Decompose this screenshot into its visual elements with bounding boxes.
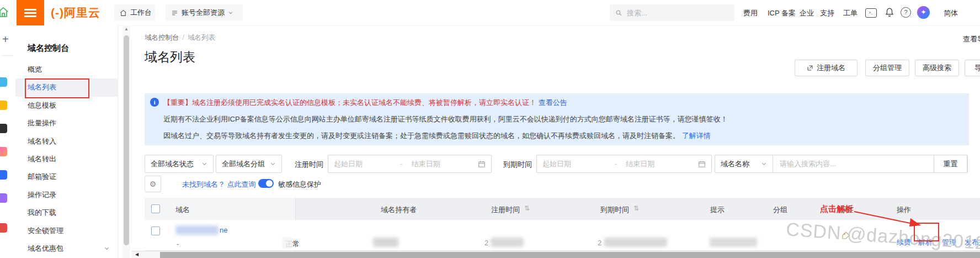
learn-more-link[interactable]: 了解详情 (682, 131, 711, 140)
group-manage-button[interactable]: 分组管理 (865, 60, 909, 76)
sensitive-info-toggle[interactable] (258, 179, 274, 188)
strip-divider (2, 55, 13, 56)
workbench-label: 工作台 (130, 8, 152, 18)
horizontal-scrollbar[interactable]: ◀ (131, 251, 980, 258)
app-icon-assistant[interactable] (0, 193, 7, 203)
holder-redacted (373, 238, 398, 247)
sidebar-item-downloads[interactable]: 我的下载 (15, 204, 118, 222)
avatar[interactable]: ✦ (917, 6, 930, 19)
end-date-placeholder[interactable]: 结束日期 (407, 159, 473, 169)
sidebar-item-op-records[interactable]: 操作记录 (15, 186, 118, 204)
notice-line3-text: 因域名过户、交易等导致域名持有者发生变更的，请及时变更或注销备案；处于急需续费或… (163, 131, 680, 140)
sidebar-item-batch-ops[interactable]: 批量操作 (15, 114, 118, 132)
search-icon (615, 9, 622, 17)
workbench-button[interactable]: 工作台 (114, 4, 155, 21)
left-icon-strip: + (0, 25, 16, 258)
nav-support[interactable]: 支持 (820, 8, 834, 18)
aliyun-logo[interactable]: (-)阿里云 (51, 5, 100, 20)
reset-button[interactable]: 重置 (934, 155, 967, 173)
topbar-search[interactable] (610, 4, 734, 21)
view-announcement-link[interactable]: 查看公告 (539, 98, 567, 107)
domain-search-input[interactable] (779, 159, 950, 169)
sidebar-item-email-verify[interactable]: 邮箱验证 (15, 168, 118, 186)
sidebar-item-security-lock[interactable]: 安全锁管理 (15, 222, 118, 240)
page-title: 域名列表 (145, 49, 195, 66)
annotation-redbox-resolve (914, 223, 939, 241)
app-icon-ai[interactable] (0, 147, 7, 156)
scroll-up-arrow[interactable]: ▲ (122, 27, 130, 31)
domain-search-combo: 域名名称 (715, 155, 968, 173)
col-group: 分组 (773, 205, 787, 215)
terminal-icon[interactable]: >_ (865, 8, 877, 18)
view-export-link[interactable]: 查看导 (963, 34, 980, 44)
domain-group-dropdown[interactable]: 全部域名分组 (216, 155, 282, 173)
home-icon[interactable] (0, 6, 10, 19)
search-field-dropdown[interactable]: 域名名称 (715, 155, 773, 172)
gear-icon[interactable]: ⚙ (145, 176, 161, 192)
hamburger-menu-icon[interactable] (17, 0, 44, 25)
domain-status-dropdown[interactable]: 全部域名状态 (145, 155, 214, 173)
nav-billing[interactable]: 费用 (743, 8, 758, 18)
col-tip: 提示 (710, 205, 725, 215)
col-expire-time[interactable]: 到期时间 (600, 205, 629, 215)
vertical-scrollbar[interactable]: ▲ (122, 25, 130, 258)
range-separator: - (400, 160, 402, 168)
calendar-icon (698, 160, 706, 168)
start-date-placeholder[interactable]: 起始日期 (542, 159, 610, 169)
domain-name-redacted[interactable] (175, 225, 219, 235)
chevron-down-icon (201, 161, 207, 167)
notice-important-text: 【重要】域名注册必须使用已完成实名认证的信息模板；未实名认证域名不能续费、将被暂… (163, 98, 536, 107)
bell-icon[interactable] (885, 7, 894, 18)
reg-time-redacted (491, 238, 524, 247)
select-all-checkbox[interactable] (151, 204, 160, 213)
domain-not-found-link[interactable]: 未找到域名？ 点此查询 (182, 180, 256, 189)
app-icon-chat[interactable] (0, 124, 7, 133)
domain-group-label: 全部域名分组 (222, 159, 265, 169)
export-button[interactable]: 导 (965, 60, 980, 76)
horizontal-scrollbar-thumb[interactable] (160, 252, 980, 258)
sidebar-item-domain-packages[interactable]: 域名优惠包 (15, 240, 118, 257)
advanced-search-button[interactable]: 高级搜索 (915, 60, 959, 76)
sidebar-item-transfer-out[interactable]: 域名转出 (15, 150, 118, 168)
row-checkbox[interactable] (151, 227, 160, 235)
language-switch[interactable]: 简体 (944, 8, 958, 18)
external-link-icon (807, 65, 813, 71)
resources-label: 账号全部资源 (182, 8, 225, 18)
plus-icon[interactable]: + (2, 33, 9, 46)
app-icon-1[interactable] (0, 77, 7, 87)
app-icon-ai-blue[interactable] (0, 170, 7, 180)
help-icon[interactable]: ? (901, 7, 911, 18)
vertical-scrollbar-thumb[interactable] (124, 35, 129, 245)
sidebar-item-label: 域名优惠包 (28, 244, 63, 252)
domain-name-suffix[interactable]: ne (220, 226, 227, 234)
chevron-down-icon (104, 245, 110, 251)
range-separator: - (615, 160, 617, 168)
chevron-down-icon (270, 161, 276, 167)
sidebar-item-info-template[interactable]: 信息模板 (15, 97, 118, 114)
table-header-fixed (145, 198, 295, 220)
register-domain-button[interactable]: 注册域名 (795, 60, 858, 76)
info-icon: i (150, 98, 159, 107)
resources-grid-icon (171, 9, 178, 17)
sort-icon[interactable]: ⇅ (524, 204, 530, 212)
scroll-left-arrow[interactable]: ◀ (132, 251, 141, 258)
sort-icon[interactable]: ⇅ (633, 204, 639, 212)
domain-subtext: - (177, 240, 179, 248)
app-icon-game[interactable] (0, 223, 7, 233)
account-resources-dropdown[interactable]: 账号全部资源 (166, 4, 243, 21)
nav-icp[interactable]: ICP 备案 (768, 8, 796, 18)
nav-enterprise[interactable]: 企业 (800, 8, 814, 18)
sidebar-title: 域名控制台 (28, 43, 69, 54)
sidebar-item-transfer-in[interactable]: 域名转入 (15, 133, 118, 150)
expire-date-range[interactable]: 起始日期 - 结束日期 (536, 155, 712, 173)
nav-tickets[interactable]: 工单 (843, 8, 858, 18)
topbar-search-input[interactable] (626, 8, 722, 18)
col-reg-time[interactable]: 注册时间 (491, 205, 520, 215)
sidebar-item-overview[interactable]: 概览 (15, 61, 118, 78)
end-date-placeholder[interactable]: 结束日期 (621, 159, 694, 169)
status-redaction (282, 238, 292, 249)
register-date-range[interactable]: 起始日期 - 结束日期 (328, 155, 492, 173)
app-icon-star[interactable] (0, 101, 7, 110)
start-date-placeholder[interactable]: 起始日期 (334, 159, 396, 169)
breadcrumb-root[interactable]: 域名控制台 (145, 34, 179, 41)
